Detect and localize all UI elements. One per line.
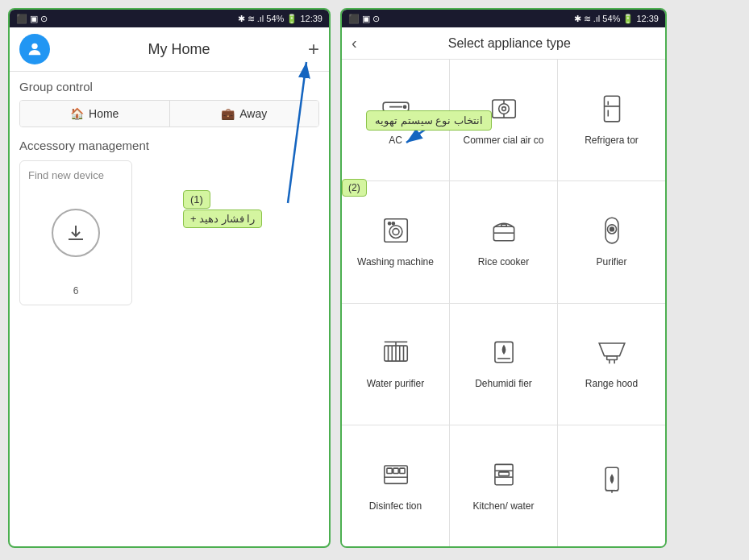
appliance-disinfection[interactable]: Disinfec tion xyxy=(342,425,449,546)
svg-point-20 xyxy=(393,229,399,235)
svg-point-10 xyxy=(498,103,509,114)
back-button[interactable]: ‹ xyxy=(352,34,357,52)
rice-cooker-label: Rice cooker xyxy=(478,256,529,269)
annotation-2: (2) xyxy=(342,179,367,197)
right-status-left: ⬛ ▣ ⊙ xyxy=(348,14,380,24)
appliance-purifier[interactable]: Purifier xyxy=(558,181,665,302)
svg-point-28 xyxy=(610,227,614,231)
svg-rect-14 xyxy=(604,96,619,122)
appliance-range-hood[interactable]: Range hood xyxy=(558,304,665,425)
tab-home[interactable]: 🏠 Home xyxy=(20,101,169,127)
svg-point-21 xyxy=(388,222,390,225)
svg-rect-25 xyxy=(501,224,506,226)
washing-machine-label: Washing machine xyxy=(357,256,434,269)
tab-away[interactable]: 💼 Away xyxy=(169,101,319,127)
appliance-kitchen-water[interactable]: Kitchen/ water xyxy=(450,425,557,546)
appliance-dehumidifier[interactable]: Dehumidi fier xyxy=(450,304,557,425)
svg-rect-47 xyxy=(494,464,512,484)
group-control-tabs: 🏠 Home 💼 Away xyxy=(19,100,319,127)
find-device-card[interactable]: Find new device 6 xyxy=(19,160,132,305)
range-hood-label: Range hood xyxy=(585,378,638,391)
left-status-right-icons: ✱ ≋ .ıl 54% 🔋 12:39 xyxy=(238,14,322,24)
disinfection-icon xyxy=(381,459,411,494)
purifier-label: Purifier xyxy=(596,256,626,269)
appliance-water-heater[interactable] xyxy=(558,425,665,546)
svg-point-8 xyxy=(403,106,406,108)
appliance-rice-cooker[interactable]: Rice cooker xyxy=(450,181,557,302)
svg-rect-43 xyxy=(386,468,391,473)
left-status-bar: ⬛ ▣ ⊙ ✱ ≋ .ıl 54% 🔋 12:39 xyxy=(10,10,329,27)
washing-machine-icon xyxy=(381,215,411,250)
svg-point-0 xyxy=(31,44,37,49)
download-icon-circle xyxy=(52,209,100,257)
app-content: Group control 🏠 Home 💼 Away Accessory ma… xyxy=(10,72,329,546)
left-phone: ⬛ ▣ ⊙ ✱ ≋ .ıl 54% 🔋 12:39 My Home + Grou… xyxy=(8,8,331,548)
appliance-washing-machine[interactable]: Washing machine xyxy=(342,181,449,302)
right-status-bar: ⬛ ▣ ⊙ ✱ ≋ .ıl 54% 🔋 12:39 xyxy=(342,10,665,27)
commercial-ac-icon xyxy=(489,93,519,128)
water-purifier-label: Water purifier xyxy=(367,378,425,391)
water-purifier-icon xyxy=(381,337,411,371)
appliance-grid: AC Commer cial air co xyxy=(342,60,665,546)
left-status-left-icons: ⬛ ▣ ⊙ xyxy=(16,14,48,24)
water-heater-icon xyxy=(597,465,627,500)
refrigerator-icon xyxy=(597,93,627,128)
rice-cooker-icon xyxy=(489,215,519,250)
annotation-1: (1) xyxy=(183,190,210,209)
svg-rect-50 xyxy=(498,471,509,475)
add-button[interactable]: + xyxy=(308,38,319,60)
svg-point-22 xyxy=(392,222,394,225)
download-count: 6 xyxy=(73,285,79,297)
svg-rect-44 xyxy=(393,468,397,473)
accessory-management-title: Accessory management xyxy=(19,139,319,152)
page-title: My Home xyxy=(58,41,300,58)
range-hood-icon xyxy=(597,337,627,371)
annotation-1-text: را فشار دهید + xyxy=(183,209,262,228)
kitchen-water-label: Kitchen/ water xyxy=(472,500,534,513)
find-device-label: Find new device xyxy=(28,169,104,181)
svg-rect-39 xyxy=(606,356,617,360)
kitchen-water-icon xyxy=(489,459,519,494)
right-header: ‹ Select appliance type xyxy=(342,27,665,60)
right-phone: ⬛ ▣ ⊙ ✱ ≋ .ıl 54% 🔋 12:39 ‹ Select appli… xyxy=(340,8,667,548)
app-header: My Home + xyxy=(10,27,329,72)
group-control-title: Group control xyxy=(19,80,319,93)
svg-point-11 xyxy=(501,106,506,110)
svg-point-19 xyxy=(389,226,402,239)
avatar xyxy=(19,34,50,64)
home-icon: 🏠 xyxy=(70,107,84,120)
refrigerator-label: Refrigera tor xyxy=(585,135,639,147)
commercial-ac-label: Commer cial air co xyxy=(463,135,543,147)
right-page-title: Select appliance type xyxy=(364,36,655,51)
appliance-refrigerator[interactable]: Refrigera tor xyxy=(558,60,665,180)
disinfection-label: Disinfec tion xyxy=(369,500,422,513)
svg-rect-45 xyxy=(399,468,404,473)
dehumidifier-icon xyxy=(489,337,519,371)
appliance-water-purifier[interactable]: Water purifier xyxy=(342,304,449,425)
persian-annotation: انتخاب نوع سیستم تهویه xyxy=(366,110,492,131)
away-icon: 💼 xyxy=(221,107,235,120)
purifier-icon xyxy=(597,215,627,250)
right-status-right: ✱ ≋ .ıl 54% 🔋 12:39 xyxy=(574,14,659,24)
dehumidifier-label: Dehumidi fier xyxy=(475,378,532,391)
ac-label: AC xyxy=(389,135,402,147)
